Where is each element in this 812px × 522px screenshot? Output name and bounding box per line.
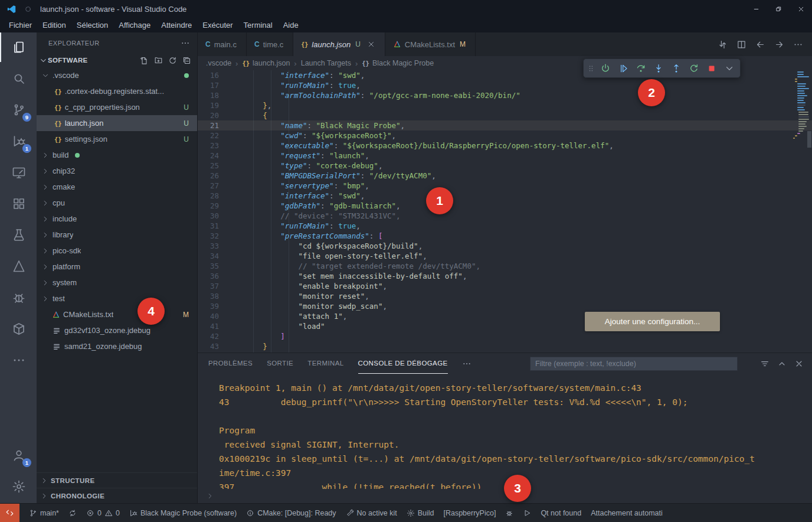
menu-aide[interactable]: Aide	[278, 19, 304, 31]
file-samd21_ozone.jdebug[interactable]: samd21_ozone.jdebug	[37, 338, 197, 354]
breadcrumb-Black Magic Probe[interactable]: {}Black Magic Probe	[362, 59, 434, 67]
navigate-back-icon[interactable]	[755, 40, 765, 50]
console-filter-input[interactable]	[530, 357, 738, 371]
debug-restart-button[interactable]	[686, 60, 702, 76]
debug-step-into-button[interactable]	[650, 60, 666, 76]
folder-test[interactable]: test	[37, 291, 197, 306]
restore-button[interactable]	[767, 0, 790, 18]
new-folder-icon[interactable]	[154, 56, 163, 65]
activity-extensions[interactable]	[0, 189, 37, 218]
output-options-icon[interactable]	[760, 359, 770, 368]
panel-tab-CONSOLE DE DÉBOGAGE[interactable]: CONSOLE DE DÉBOGAGE	[358, 353, 448, 374]
breadcrumb-label: Black Magic Probe	[372, 59, 434, 67]
activity-debug-probe[interactable]	[0, 283, 37, 312]
activity-memory[interactable]	[0, 314, 37, 344]
activity-settings[interactable]	[0, 472, 37, 501]
tab-CMakeLists.txt[interactable]: CMakeLists.txtM	[385, 32, 476, 56]
status-debug-configuration[interactable]: Black Magic Probe (software)	[129, 509, 237, 517]
folder-chip32[interactable]: chip32	[37, 163, 197, 179]
debug-step-out-button[interactable]	[668, 60, 684, 76]
tab-time.c[interactable]: Ctime.c	[247, 32, 293, 56]
menu-sélection[interactable]: Sélection	[71, 19, 113, 31]
add-configuration-button[interactable]: Ajouter une configuration...	[585, 312, 720, 331]
breadcrumb-.vscode[interactable]: .vscode	[206, 59, 231, 67]
close-button[interactable]	[790, 0, 812, 18]
new-file-icon[interactable]	[140, 56, 149, 65]
debug-continue-button[interactable]	[615, 60, 631, 76]
file-gd32vf103_ozone.jdebug[interactable]: gd32vf103_ozone.jdebug	[37, 322, 197, 338]
maximize-panel-icon[interactable]	[777, 359, 787, 368]
menu-edition[interactable]: Edition	[37, 19, 71, 31]
file-.cortex-debug.registers.stat...[interactable]: {}.cortex-debug.registers.stat...	[37, 83, 197, 99]
file-settings.json[interactable]: {}settings.jsonU	[37, 131, 197, 147]
panel-tab-SORTIE[interactable]: SORTIE	[267, 353, 293, 374]
code-editor[interactable]: 16 "interface": "swd",17 "runToMain": tr…	[198, 70, 812, 353]
status-cmake-build[interactable]: Build	[407, 509, 434, 517]
activity-search[interactable]	[0, 64, 37, 93]
debug-power-button[interactable]	[597, 60, 613, 76]
panel-tab-TERMINAL[interactable]: TERMINAL	[307, 353, 343, 374]
breadcrumb-launch.json[interactable]: {}launch.json	[242, 59, 290, 67]
folder-platform[interactable]: platform	[37, 259, 197, 275]
folder-.vscode[interactable]: .vscode	[37, 67, 197, 83]
folder-build[interactable]: build	[37, 147, 197, 163]
activity-testing[interactable]	[0, 220, 37, 250]
remote-indicator[interactable]	[0, 504, 19, 522]
folder-cpu[interactable]: cpu	[37, 195, 197, 211]
status-run-target[interactable]	[523, 509, 531, 517]
status-qt-status[interactable]: Qt not found	[541, 509, 581, 517]
section-header-chronologie[interactable]: CHRONOLOGIE	[37, 488, 197, 503]
close-panel-icon[interactable]	[794, 359, 804, 368]
activity-more[interactable]	[0, 345, 37, 375]
explorer-more-icon[interactable]	[181, 38, 190, 48]
activity-explorer[interactable]	[0, 32, 37, 62]
activity-accounts[interactable]: 1	[0, 441, 37, 470]
menu-exécuter[interactable]: Exécuter	[197, 19, 238, 31]
navigate-forward-icon[interactable]	[774, 40, 784, 50]
menu-atteindre[interactable]: Atteindre	[156, 19, 197, 31]
split-editor-icon[interactable]	[736, 40, 746, 50]
activity-source-control[interactable]: 9	[0, 95, 37, 125]
minimize-button[interactable]	[745, 0, 767, 18]
section-header-software[interactable]: SOFTWARE	[37, 53, 197, 67]
file-launch.json[interactable]: {}launch.jsonU	[37, 115, 197, 131]
menu-terminal[interactable]: Terminal	[238, 19, 278, 31]
activity-run-and-debug[interactable]: 1	[0, 126, 37, 156]
activity-remote-explorer[interactable]	[0, 158, 37, 187]
tab-launch.json[interactable]: {}launch.jsonU	[293, 32, 385, 56]
folder-include[interactable]: include	[37, 211, 197, 227]
debug-stop-button[interactable]	[703, 60, 719, 76]
status-git-branch[interactable]: main*	[29, 509, 59, 517]
status-cmake-kit[interactable]: No active kit	[346, 509, 397, 517]
activity-cmake[interactable]	[0, 252, 37, 281]
status-auto-attach[interactable]: Attachement automati	[591, 509, 663, 517]
breadcrumb-Launch Targets[interactable]: Launch Targets	[301, 59, 351, 67]
file-CMakeLists.txt[interactable]: CMakeLists.txtM	[37, 306, 197, 322]
collapse-all-icon[interactable]	[182, 56, 191, 65]
folder-system[interactable]: system	[37, 275, 197, 291]
debug-more-button[interactable]	[721, 60, 737, 76]
status-sync[interactable]	[68, 509, 77, 517]
section-header-structure[interactable]: STRUCTURE	[37, 472, 197, 488]
open-changes-icon[interactable]	[718, 40, 728, 50]
folder-library[interactable]: library	[37, 227, 197, 243]
file-c_cpp_properties.json[interactable]: {}c_cpp_properties.jsonU	[37, 99, 197, 115]
tab-main.c[interactable]: Cmain.c	[198, 32, 247, 56]
menu-affichage[interactable]: Affichage	[113, 19, 156, 31]
panel-more-icon[interactable]	[462, 359, 472, 368]
menu-fichier[interactable]: Fichier	[4, 19, 37, 31]
panel-tab-PROBLÈMES[interactable]: PROBLÈMES	[208, 353, 253, 374]
status-debug-target[interactable]	[505, 509, 513, 517]
status-cmake-target[interactable]: [RaspberryPico]	[443, 509, 496, 517]
status-cmake-status[interactable]: CMake: [Debug]: Ready	[246, 509, 336, 517]
tab-git-badge: U	[355, 40, 361, 48]
debug-console-input[interactable]	[206, 490, 214, 502]
folder-pico-sdk[interactable]: pico-sdk	[37, 243, 197, 259]
folder-cmake[interactable]: cmake	[37, 179, 197, 195]
debug-step-over-button[interactable]	[633, 60, 649, 76]
refresh-icon[interactable]	[168, 56, 177, 65]
more-actions-icon[interactable]	[793, 40, 803, 50]
status-problems[interactable]: 00	[86, 509, 120, 517]
close-tab-icon[interactable]	[367, 40, 375, 48]
minimap[interactable]	[791, 71, 810, 140]
